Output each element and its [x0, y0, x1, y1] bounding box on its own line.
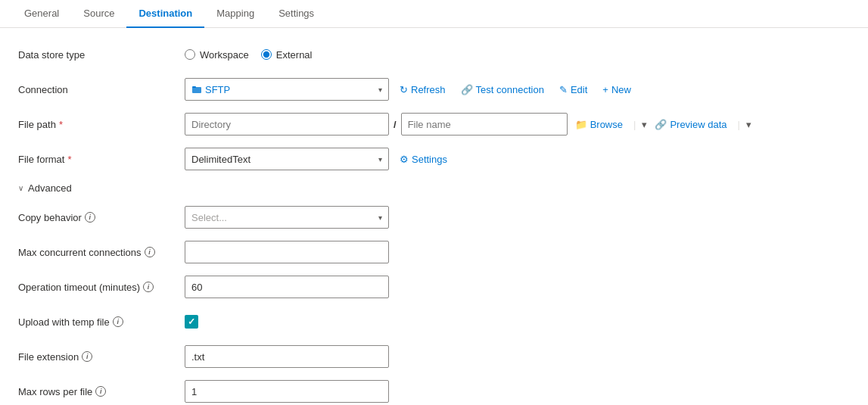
- browse-button[interactable]: 📁 Browse: [571, 116, 627, 133]
- max-rows-info-icon[interactable]: i: [95, 386, 106, 397]
- sftp-folder-icon: [191, 84, 202, 95]
- data-store-type-label: Data store type: [18, 49, 185, 61]
- file-format-dropdown[interactable]: DelimitedText ▾: [185, 148, 389, 170]
- operation-timeout-controls: [185, 276, 850, 298]
- file-extension-input[interactable]: [185, 345, 389, 368]
- max-connections-label: Max concurrent connections i: [18, 247, 185, 258]
- max-connections-controls: [185, 241, 850, 263]
- new-button[interactable]: + New: [598, 81, 636, 98]
- radio-workspace[interactable]: Workspace: [185, 49, 249, 61]
- tab-bar: General Source Destination Mapping Setti…: [0, 0, 868, 28]
- tab-general[interactable]: General: [12, 0, 71, 28]
- data-store-type-controls: Workspace External: [185, 49, 850, 61]
- file-format-settings-button[interactable]: ⚙ Settings: [395, 151, 452, 168]
- copy-behavior-row: Copy behavior i Select... ▾: [18, 206, 850, 229]
- preview-separator: |: [738, 119, 740, 130]
- copy-behavior-controls: Select... ▾: [185, 206, 850, 229]
- connection-dropdown-arrow: ▾: [378, 86, 382, 94]
- file-format-controls: DelimitedText ▾ ⚙ Settings: [185, 148, 850, 170]
- file-format-required: *: [67, 154, 71, 165]
- file-extension-controls: [185, 345, 850, 368]
- preview-data-button[interactable]: 🔗 Preview data: [650, 116, 731, 133]
- edit-icon: ✎: [559, 84, 568, 95]
- data-store-type-row: Data store type Workspace External: [18, 43, 850, 66]
- copy-behavior-info-icon[interactable]: i: [85, 212, 95, 223]
- file-path-controls: / 📁 Browse | ▾ 🔗 Preview data | ▾: [185, 113, 850, 136]
- tab-source[interactable]: Source: [71, 0, 126, 28]
- browse-chevron-icon[interactable]: ▾: [642, 119, 647, 130]
- tab-destination[interactable]: Destination: [126, 0, 204, 28]
- connection-row: Connection SFTP ▾ ↻ Refresh 🔗 Test con: [18, 78, 850, 101]
- tab-mapping[interactable]: Mapping: [204, 0, 266, 28]
- copy-behavior-dropdown[interactable]: Select... ▾: [185, 206, 389, 229]
- tab-settings[interactable]: Settings: [266, 0, 326, 28]
- max-rows-controls: [185, 380, 850, 403]
- upload-temp-file-label: Upload with temp file i: [18, 316, 185, 328]
- filename-input[interactable]: [401, 113, 568, 136]
- file-path-label: File path *: [18, 119, 185, 130]
- max-connections-input[interactable]: [185, 241, 389, 263]
- svg-rect-0: [192, 87, 201, 93]
- browse-folder-icon: 📁: [575, 119, 587, 130]
- upload-temp-file-row: Upload with temp file i: [18, 310, 850, 333]
- operation-timeout-info-icon[interactable]: i: [143, 282, 154, 292]
- connection-dropdown[interactable]: SFTP ▾: [185, 78, 389, 101]
- preview-icon: 🔗: [655, 119, 667, 130]
- radio-workspace-input[interactable]: [185, 49, 195, 60]
- file-path-row: File path * / 📁 Browse | ▾ 🔗 Preview dat…: [18, 113, 850, 136]
- new-plus-icon: +: [602, 84, 608, 95]
- sftp-icon: SFTP: [191, 84, 230, 95]
- file-format-dropdown-arrow: ▾: [378, 155, 382, 164]
- file-path-required: *: [59, 119, 63, 130]
- max-rows-row: Max rows per file i: [18, 380, 850, 403]
- svg-rect-1: [192, 86, 196, 88]
- file-extension-label: File extension i: [18, 351, 185, 363]
- radio-group-data-store: Workspace External: [185, 49, 313, 61]
- connection-controls: SFTP ▾ ↻ Refresh 🔗 Test connection ✎ Edi…: [185, 78, 850, 101]
- max-connections-info-icon[interactable]: i: [145, 247, 155, 257]
- operation-timeout-label: Operation timeout (minutes) i: [18, 282, 185, 293]
- edit-button[interactable]: ✎ Edit: [555, 81, 592, 98]
- upload-temp-file-controls: [185, 315, 850, 329]
- form-content: Data store type Workspace External Conne…: [0, 28, 868, 405]
- connection-label: Connection: [18, 84, 185, 95]
- operation-timeout-input[interactable]: [185, 276, 389, 298]
- copy-behavior-arrow: ▾: [378, 213, 382, 222]
- file-format-label: File format *: [18, 154, 185, 165]
- directory-input[interactable]: [185, 113, 389, 136]
- browse-separator: |: [633, 119, 636, 130]
- operation-timeout-row: Operation timeout (minutes) i: [18, 276, 850, 298]
- preview-chevron-icon[interactable]: ▾: [746, 119, 751, 130]
- max-rows-input[interactable]: [185, 380, 389, 403]
- file-format-row: File format * DelimitedText ▾ ⚙ Settings: [18, 148, 850, 170]
- radio-external[interactable]: External: [261, 49, 313, 61]
- settings-gear-icon: ⚙: [400, 154, 409, 165]
- file-extension-row: File extension i: [18, 345, 850, 368]
- max-rows-label: Max rows per file i: [18, 386, 185, 397]
- refresh-icon: ↻: [400, 84, 408, 95]
- test-connection-button[interactable]: 🔗 Test connection: [456, 81, 549, 98]
- max-connections-row: Max concurrent connections i: [18, 241, 850, 263]
- upload-temp-file-checkbox[interactable]: [185, 315, 198, 329]
- advanced-chevron-icon: ∨: [18, 184, 23, 192]
- path-separator: /: [394, 119, 397, 130]
- test-connection-icon: 🔗: [461, 84, 473, 95]
- radio-workspace-label: Workspace: [200, 49, 249, 61]
- upload-temp-file-info-icon[interactable]: i: [113, 316, 123, 327]
- advanced-toggle[interactable]: ∨ Advanced: [18, 182, 850, 194]
- file-extension-info-icon[interactable]: i: [82, 351, 92, 362]
- refresh-button[interactable]: ↻ Refresh: [395, 81, 450, 98]
- radio-external-input[interactable]: [261, 49, 272, 60]
- copy-behavior-label: Copy behavior i: [18, 212, 185, 223]
- radio-external-label: External: [276, 49, 313, 61]
